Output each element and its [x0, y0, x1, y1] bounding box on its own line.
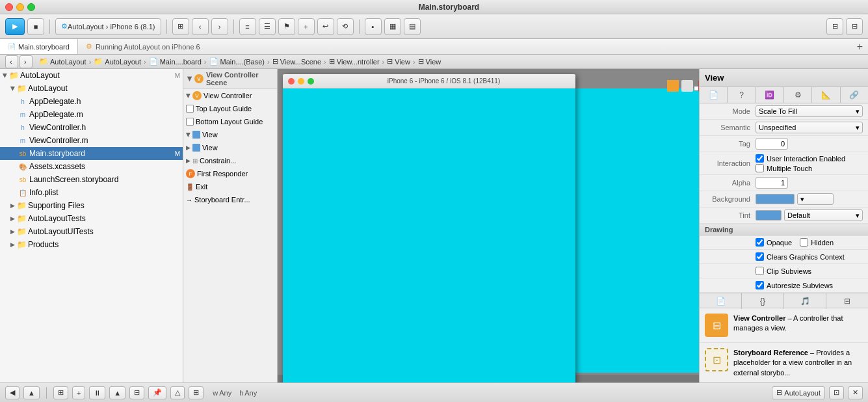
scene-view-parent[interactable]: ▶ View — [183, 128, 277, 141]
hidden-checkbox[interactable] — [800, 238, 808, 247]
bottom-options[interactable]: ✕ — [848, 386, 863, 399]
sidebar-toggle-right[interactable]: ⊟ — [846, 18, 863, 35]
bottom-align[interactable]: ▲ — [109, 386, 125, 399]
scene-bottom-layout[interactable]: Bottom Layout Guide — [183, 115, 277, 128]
insp-tab-connections[interactable]: 🔗 — [841, 87, 868, 103]
exit-icon: 🚪 — [186, 183, 194, 191]
bc-view-controller[interactable]: ⊞ View...ntroller — [329, 57, 380, 66]
insp-tag-input[interactable] — [756, 138, 788, 150]
sidebar-autolayoutuitests[interactable]: ▶ 📁 AutoLayoutUITests — [0, 225, 183, 238]
bottom-embed[interactable]: ⊞ — [189, 386, 204, 399]
bottom-uiview-icon[interactable]: ⊟ AutoLayout — [772, 386, 825, 399]
tab-running[interactable]: ⚙ Running AutoLayout on iPhone 6 — [78, 39, 208, 54]
insp-background-select[interactable]: ▾ — [797, 193, 834, 205]
sim-max[interactable] — [308, 78, 314, 85]
forward-button[interactable]: › — [211, 18, 228, 35]
opaque-checkbox[interactable] — [756, 238, 764, 247]
clears-graphics-checkbox[interactable] — [756, 252, 764, 261]
clip-subviews-checkbox[interactable] — [756, 267, 764, 275]
obj-tab-snippets[interactable]: ⊟ — [826, 293, 868, 309]
window-title: Main.storyboard — [35, 3, 863, 12]
insp-background-swatch[interactable] — [756, 194, 795, 204]
minimize-button[interactable] — [16, 3, 24, 11]
bottom-canvas-ctrl[interactable]: ⊞ — [53, 386, 68, 399]
sidebar-products[interactable]: ▶ 📁 Products — [0, 238, 183, 251]
nav-left-button[interactable]: ‹ — [5, 55, 18, 68]
bottom-pause-ctrl[interactable]: ⏸ — [89, 386, 105, 399]
sim-close[interactable] — [288, 78, 295, 85]
layout-left-button[interactable]: ▪ — [365, 18, 382, 35]
scheme-selector[interactable]: ⚙ AutoLayout › iPhone 6 (8.1) — [55, 18, 161, 35]
bookmark-button[interactable]: ↩ — [317, 18, 334, 35]
insp-mode-select[interactable]: Scale To Fill ▾ — [756, 105, 863, 117]
sidebar-main-storyboard[interactable]: sb Main.storyboard M — [0, 147, 183, 160]
obj-tab-file[interactable]: 📄 — [700, 293, 742, 309]
multiple-touch-checkbox[interactable] — [756, 164, 764, 172]
grid-button[interactable]: ⊞ — [172, 18, 189, 35]
canvas-area[interactable]: iPhone 6 - iPhone 6 / iOS 8.1 (12B411) V… — [278, 69, 699, 382]
bottom-resolve[interactable]: △ — [170, 386, 185, 399]
bc-autolayout-2[interactable]: 📁 AutoLayout — [94, 57, 141, 66]
add-button[interactable]: + — [298, 18, 315, 35]
bc-autolayout-1[interactable]: 📁 AutoLayout — [39, 57, 86, 66]
sidebar-supporting-files[interactable]: ▶ 📁 Supporting Files — [0, 199, 183, 212]
bottom-distribute[interactable]: ⊟ — [129, 386, 144, 399]
action-button[interactable]: ⚑ — [278, 18, 295, 35]
layout-right-button[interactable]: ▤ — [404, 18, 421, 35]
tab-main-storyboard[interactable]: 📄 Main.storyboard — [0, 39, 78, 54]
sidebar-appdelegateh[interactable]: h AppDelegate.h — [0, 95, 183, 108]
stop-button[interactable]: ■ — [27, 18, 44, 35]
scene-top-layout[interactable]: Top Layout Guide — [183, 102, 277, 115]
insp-tint-swatch[interactable] — [756, 210, 782, 221]
breadcrumb-button[interactable]: ≡ — [239, 18, 256, 35]
sidebar-viewcontrollerh[interactable]: h ViewController.h — [0, 121, 183, 134]
bc-main-board[interactable]: 📄 Main....board — [149, 57, 202, 66]
insp-tab-quickhelp[interactable]: ? — [728, 87, 756, 103]
hierarchy-button[interactable]: ☰ — [259, 18, 276, 35]
scene-exit[interactable]: 🚪 Exit — [183, 180, 277, 193]
sidebar-viewcontrollerm[interactable]: m ViewController.m — [0, 134, 183, 147]
scene-first-responder[interactable]: F First Responder — [183, 167, 277, 180]
bc-view-scene[interactable]: ⊟ View...Scene — [272, 57, 321, 66]
layout-center-button[interactable]: ▦ — [384, 18, 401, 35]
insp-tab-file[interactable]: 📄 — [700, 87, 728, 103]
autoresize-checkbox[interactable] — [756, 281, 764, 289]
run-button[interactable]: ▶ — [5, 18, 25, 35]
scene-view-controller[interactable]: ▶ V View Controller — [183, 89, 277, 102]
bc-view-1[interactable]: ⊟ View — [387, 57, 410, 66]
scene-constraints[interactable]: ▶ ⊞ Constrain... — [183, 154, 277, 167]
insp-tab-attributes[interactable]: ⚙ — [784, 87, 812, 103]
obj-tab-media[interactable]: 🎵 — [784, 293, 826, 309]
close-button[interactable] — [5, 3, 13, 11]
sidebar-group-autolayout[interactable]: ▶ 📁 AutoLayout — [0, 82, 183, 95]
bottom-add-ctrl[interactable]: + — [72, 386, 85, 399]
sidebar-appdelegatem[interactable]: m AppDelegate.m — [0, 108, 183, 121]
bottom-nav-left[interactable]: ◀ — [5, 386, 20, 399]
bottom-pin[interactable]: 📌 — [148, 386, 166, 399]
insp-alpha-input[interactable] — [756, 177, 788, 189]
add-tab-button[interactable]: + — [852, 39, 868, 54]
insp-semantic-select[interactable]: Unspecified ▾ — [756, 122, 863, 133]
scene-storyboard-entry[interactable]: → Storyboard Entr... — [183, 193, 277, 206]
scene-view-child[interactable]: ▶ View — [183, 141, 277, 154]
sidebar-infoplist[interactable]: 📋 Info.plist — [0, 186, 183, 199]
back-button[interactable]: ‹ — [192, 18, 209, 35]
bc-view-2[interactable]: ⊟ View — [418, 57, 441, 66]
insp-tint-select[interactable]: Default ▾ — [784, 209, 863, 221]
nav-right-button[interactable]: › — [20, 55, 33, 68]
sidebar-autolayouttests[interactable]: ▶ 📁 AutoLayoutTests — [0, 212, 183, 225]
bottom-zoom-fit[interactable]: ⊡ — [829, 386, 844, 399]
maximize-button[interactable] — [27, 3, 35, 11]
insp-tab-size[interactable]: 📐 — [812, 87, 840, 103]
user-interaction-checkbox[interactable] — [756, 154, 764, 163]
sidebar-assets[interactable]: 🎨 Assets.xcassets — [0, 160, 183, 173]
sidebar-launchscreen[interactable]: sb LaunchScreen.storyboard — [0, 173, 183, 186]
obj-tab-class[interactable]: {} — [742, 293, 784, 309]
insp-tab-identity[interactable]: 🆔 — [756, 87, 784, 103]
bc-main-base[interactable]: 📄 Main....(Base) — [209, 57, 265, 66]
sidebar-toggle-left[interactable]: ⊟ — [826, 18, 843, 35]
bottom-nav-up[interactable]: ▲ — [23, 386, 40, 399]
sim-min[interactable] — [298, 78, 304, 85]
sidebar-root-autolayout[interactable]: ▶ 📁 AutoLayout M — [0, 69, 183, 82]
history-button[interactable]: ⟲ — [337, 18, 354, 35]
